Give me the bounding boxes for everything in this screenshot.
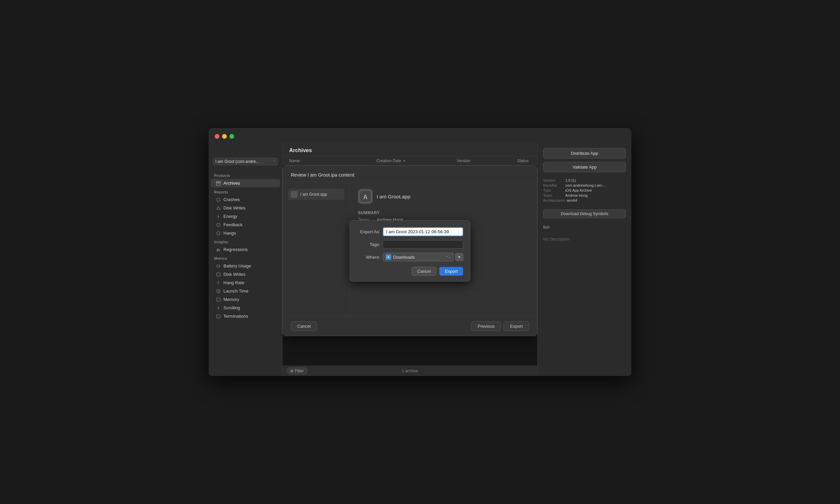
- type-value: iOS App Archive: [565, 188, 592, 192]
- download-debug-symbols-button[interactable]: Download Debug Symbols: [543, 210, 626, 218]
- close-button[interactable]: [215, 134, 219, 139]
- regressions-icon: [216, 247, 221, 252]
- sidebar-section-reports: Reports: [209, 189, 282, 195]
- version-label: Version: [543, 178, 563, 182]
- svg-point-5: [217, 223, 220, 227]
- sidebar-item-launch-time[interactable]: Launch Time: [211, 287, 280, 295]
- export-as-label: Export As:: [357, 229, 380, 234]
- no-description: No Description: [543, 237, 626, 241]
- svg-rect-9: [219, 249, 220, 251]
- where-expand-btn[interactable]: ▼: [455, 253, 463, 261]
- disk-writes-m-icon: [216, 272, 221, 277]
- save-cancel-button[interactable]: Cancel: [412, 267, 436, 276]
- archives-title: Archives: [289, 147, 312, 153]
- sidebar-item-battery-usage-label: Battery Usage: [223, 264, 251, 268]
- sidebar-item-energy-label: Energy: [223, 214, 237, 219]
- sidebar-item-disk-writes-m[interactable]: Disk Writes: [211, 270, 280, 278]
- filter-button[interactable]: ⊕ Filter: [287, 367, 308, 375]
- sidebar-item-archives[interactable]: Archives: [211, 179, 280, 187]
- review-panel-body: I am Groot.app A: [283, 182, 537, 316]
- save-dialog-overlay: Export As: Tags: Where:: [350, 182, 537, 316]
- sidebar: I am Groot (com.andre... ⌃ Products Arch…: [209, 143, 282, 376]
- app-selector-label: I am Groot (com.andre...: [216, 159, 259, 164]
- identifier-label: Identifier: [543, 183, 563, 187]
- tags-row: Tags:: [357, 240, 463, 249]
- sidebar-item-scrolling[interactable]: Scrolling: [211, 304, 280, 312]
- scrolling-icon: [216, 306, 221, 310]
- review-panel-right: A I am Groot.app SUMMARY Team:: [350, 182, 537, 316]
- svg-marker-4: [217, 206, 220, 210]
- review-panel: Review I am Groot.ipa content:: [282, 165, 537, 336]
- save-export-button[interactable]: Export: [439, 267, 463, 276]
- sidebar-item-feedback[interactable]: Feedback: [211, 220, 280, 229]
- sidebar-item-disk-writes-label: Disk Writes: [223, 205, 245, 211]
- description-section-label: tion: [543, 225, 626, 230]
- filter-icon: ⊕: [290, 368, 293, 373]
- svg-rect-7: [217, 249, 217, 251]
- feedback-icon: [216, 222, 221, 227]
- window-body: I am Groot (com.andre... ⌃ Products Arch…: [209, 143, 631, 376]
- tags-label: Tags:: [357, 242, 380, 247]
- sidebar-item-hangs[interactable]: Hangs: [211, 229, 280, 237]
- sidebar-item-memory[interactable]: Memory: [211, 295, 280, 304]
- where-dropdown-arrow: ⌃⌄: [445, 255, 451, 259]
- sidebar-item-terminations[interactable]: Terminations: [211, 312, 280, 320]
- minimize-button[interactable]: [222, 134, 227, 139]
- svg-rect-11: [220, 266, 220, 266]
- launch-time-icon: [216, 289, 221, 293]
- distribute-app-button[interactable]: Distribute App: [543, 148, 626, 159]
- where-label: Where:: [357, 255, 380, 260]
- traffic-lights: [215, 134, 234, 139]
- main-window: I am Groot (com.andre... ⌃ Products Arch…: [209, 128, 631, 376]
- identifier-row: Identifier com.andrewhoog.I-am-...: [543, 183, 626, 187]
- chevron-down-icon: ⌃: [273, 160, 275, 164]
- type-row: Type iOS App Archive: [543, 188, 626, 192]
- sidebar-item-scrolling-label: Scrolling: [223, 305, 240, 310]
- terminations-icon: [216, 314, 221, 319]
- tags-input[interactable]: [383, 240, 463, 249]
- where-row: Where:: [357, 253, 463, 262]
- sidebar-item-memory-label: Memory: [223, 297, 239, 302]
- archives-icon: [216, 181, 221, 186]
- validate-app-button[interactable]: Validate App: [543, 162, 626, 172]
- sidebar-item-energy[interactable]: Energy: [211, 212, 280, 220]
- sidebar-item-battery-usage[interactable]: Battery Usage: [211, 262, 280, 270]
- disk-writes-icon: [216, 206, 221, 211]
- app-selector[interactable]: I am Groot (com.andre... ⌃: [213, 158, 278, 165]
- where-selector: Downloads ⌃⌄ ▼: [383, 253, 463, 262]
- memory-icon: [216, 297, 221, 302]
- rp-team-value: Andrew Hoog: [565, 193, 588, 197]
- team-row: Team Andrew Hoog: [543, 193, 626, 197]
- rp-team-label: Team: [543, 193, 563, 197]
- export-as-row: Export As:: [357, 227, 463, 236]
- save-dialog-buttons: Cancel Export: [357, 267, 463, 276]
- sidebar-item-disk-writes[interactable]: Disk Writes: [211, 204, 280, 212]
- where-select-btn[interactable]: Downloads ⌃⌄: [383, 253, 454, 262]
- type-label: Type: [543, 188, 563, 192]
- export-as-input[interactable]: [383, 227, 463, 236]
- svg-rect-1: [216, 181, 220, 183]
- sidebar-item-feedback-label: Feedback: [223, 222, 242, 227]
- sidebar-section-products: Products: [209, 172, 282, 179]
- sidebar-item-regressions[interactable]: Regressions: [211, 245, 280, 254]
- col-header-creation-date[interactable]: Creation Date ▼: [376, 159, 457, 163]
- col-header-status: Status: [517, 159, 531, 163]
- svg-point-6: [217, 232, 220, 235]
- col-header-version: Version: [457, 159, 517, 163]
- save-dialog: Export As: Tags: Where:: [350, 220, 470, 282]
- table-header: Name Creation Date ▼ Version Status: [282, 157, 537, 165]
- review-dialog: Review I am Groot.ipa content:: [282, 165, 537, 365]
- filter-label: Filter: [295, 368, 304, 373]
- identifier-value: com.andrewhoog.I-am-...: [565, 183, 606, 187]
- fullscreen-button[interactable]: [229, 134, 234, 139]
- main-content: Archives Name Creation Date ▼ Version St…: [282, 143, 537, 376]
- main-area: A I am Groot Jan 12, 2023 at 06:55 1.0 (…: [282, 165, 537, 365]
- col-header-name: Name: [289, 159, 376, 163]
- sidebar-item-hang-rate[interactable]: Hang Rate: [211, 278, 280, 287]
- sidebar-item-crashes[interactable]: Crashes: [211, 195, 280, 204]
- svg-point-3: [217, 198, 220, 201]
- downloads-folder-icon: [386, 254, 391, 260]
- archives-header: Archives: [282, 143, 537, 157]
- arch-row: Architectures arm64: [543, 198, 626, 202]
- sidebar-item-crashes-label: Crashes: [223, 197, 240, 202]
